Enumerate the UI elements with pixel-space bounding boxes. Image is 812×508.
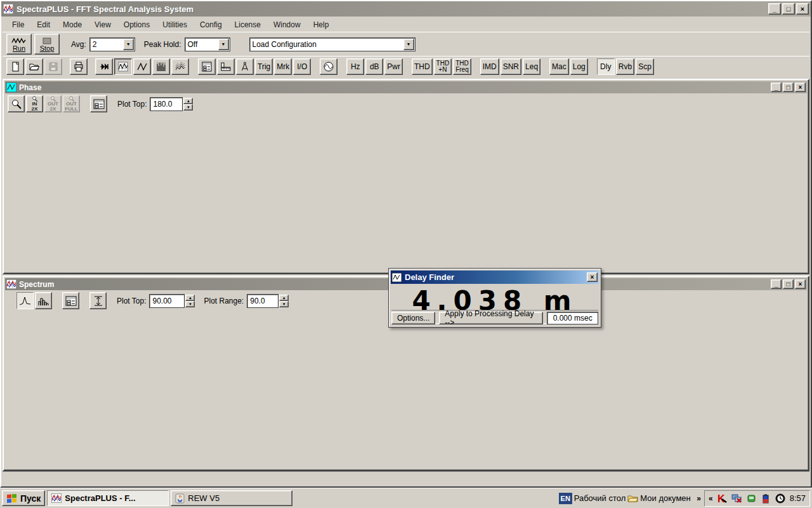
- menu-view[interactable]: View: [89, 19, 117, 30]
- menu-mode[interactable]: Mode: [57, 19, 88, 30]
- close-icon[interactable]: ×: [587, 272, 598, 282]
- snr-button[interactable]: SNR: [501, 58, 521, 75]
- menu-window[interactable]: Window: [268, 19, 306, 30]
- hz-readout-button[interactable]: Hz: [346, 58, 364, 75]
- new-file-button[interactable]: [6, 58, 24, 75]
- delay-finder-button[interactable]: Dly: [597, 58, 615, 75]
- macro-button[interactable]: Mac: [549, 58, 569, 75]
- antivirus-icon[interactable]: K: [717, 493, 728, 504]
- close-button[interactable]: ×: [796, 3, 809, 15]
- menu-config[interactable]: Config: [194, 19, 228, 30]
- scale-ruler-button[interactable]: [217, 58, 235, 75]
- page-icon: [10, 62, 20, 72]
- maximize-button[interactable]: □: [782, 3, 795, 15]
- icon-toolbar: TrigMrkI/OHzdBPwrTHDTHD+NTHDFreqIMDSNRLe…: [3, 56, 809, 77]
- spectrum-plot-range-input[interactable]: 90.0: [247, 294, 278, 308]
- delay-finder-titlebar[interactable]: Delay Finder ×: [391, 271, 599, 284]
- peak-hold-select[interactable]: Off ▼: [185, 37, 230, 51]
- save-file-button[interactable]: [44, 58, 62, 75]
- calipers-button[interactable]: [236, 58, 254, 75]
- desktop-toolbar-label[interactable]: Рабочий стол: [574, 493, 626, 503]
- stop-icon: [42, 37, 52, 45]
- start-button[interactable]: Пуск: [2, 490, 45, 506]
- clock-time: 8:57: [790, 493, 806, 503]
- menu-license[interactable]: License: [229, 19, 266, 30]
- menu-edit[interactable]: Edit: [31, 19, 56, 30]
- spinner-up-icon[interactable]: ▲: [279, 295, 289, 301]
- maximize-button[interactable]: □: [783, 83, 794, 92]
- language-indicator[interactable]: EN: [559, 493, 572, 504]
- battery-icon[interactable]: [761, 493, 771, 504]
- chevron-down-icon[interactable]: ▼: [403, 39, 414, 50]
- scope-button[interactable]: Scp: [636, 58, 654, 75]
- menu-help[interactable]: Help: [308, 19, 335, 30]
- thd-plus-n-button[interactable]: THD+N: [434, 58, 452, 75]
- imd-button[interactable]: IMD: [480, 58, 499, 75]
- chevron-down-icon[interactable]: ▼: [123, 39, 134, 50]
- phase-titlebar[interactable]: Phase _ □ ×: [5, 81, 807, 93]
- delay-finder-title: Delay Finder: [405, 272, 587, 282]
- clock-icon[interactable]: [775, 493, 786, 504]
- thd-button[interactable]: THD: [412, 58, 433, 75]
- load-configuration-select[interactable]: Load Configuration ▼: [249, 37, 416, 51]
- msec-field[interactable]: 0.000 msec: [547, 312, 598, 324]
- tray-collapse-chevron[interactable]: «: [709, 494, 713, 503]
- phase-plot-top-input[interactable]: 180.0: [150, 97, 183, 111]
- stop-button[interactable]: Stop: [34, 34, 60, 55]
- bar-mode-button[interactable]: [35, 292, 52, 309]
- task-button-rew[interactable]: REW V5: [171, 490, 292, 506]
- reverb-button[interactable]: Rvb: [616, 58, 634, 75]
- input-output-button[interactable]: I/O: [293, 58, 311, 75]
- minimize-button[interactable]: _: [771, 279, 782, 289]
- phase-zoom-in-2x-button[interactable]: IN2X: [26, 95, 43, 112]
- menu-utilities[interactable]: Utilities: [157, 19, 193, 30]
- phase-zoom-button[interactable]: [8, 95, 25, 112]
- task-button-spectraplus[interactable]: SpectraPLUS - F...: [47, 490, 169, 506]
- close-button[interactable]: ×: [795, 83, 806, 92]
- db-readout-button[interactable]: dB: [365, 58, 383, 75]
- marker-button[interactable]: Mrk: [274, 58, 292, 75]
- thd-freq-button[interactable]: THDFreq: [453, 58, 471, 75]
- spectrum-plot-top-input[interactable]: 90.00: [149, 294, 185, 308]
- spinner-up-icon[interactable]: ▲: [185, 295, 195, 301]
- device-icon[interactable]: [746, 493, 757, 504]
- menu-file[interactable]: File: [6, 19, 30, 30]
- maximize-button[interactable]: □: [783, 279, 794, 289]
- line-mode-button[interactable]: [16, 292, 34, 309]
- run-button[interactable]: Run: [6, 34, 32, 55]
- range-button[interactable]: [89, 292, 107, 309]
- time-series-button[interactable]: [133, 58, 151, 75]
- main-titlebar[interactable]: SpectraPLUS - FFT Spectral Analysis Syst…: [1, 1, 811, 17]
- surface-3d-button[interactable]: [171, 58, 189, 75]
- open-file-button[interactable]: [25, 58, 43, 75]
- leq-button[interactable]: Leq: [523, 58, 540, 75]
- fast-forward-button[interactable]: [95, 58, 113, 75]
- avg-select[interactable]: 2 ▼: [89, 37, 135, 51]
- my-documents-label[interactable]: Мои докумен: [640, 493, 695, 503]
- network-disconnected-icon[interactable]: [731, 493, 742, 504]
- folder-icon[interactable]: [627, 493, 638, 504]
- spectrogram-button[interactable]: [152, 58, 170, 75]
- trigger-button[interactable]: Trig: [255, 58, 273, 75]
- spinner-down-icon[interactable]: ▼: [279, 301, 289, 307]
- spinner-down-icon[interactable]: ▼: [183, 104, 193, 110]
- power-readout-button[interactable]: Pwr: [384, 58, 403, 75]
- apply-processing-delay-button[interactable]: Apply to Processing Delay -->: [439, 312, 543, 324]
- spinner-up-icon[interactable]: ▲: [183, 98, 193, 104]
- toolbar-overflow-chevron[interactable]: »: [697, 494, 701, 503]
- close-button[interactable]: ×: [795, 279, 806, 289]
- chevron-down-icon[interactable]: ▼: [218, 39, 229, 50]
- signal-generator-button[interactable]: [320, 58, 337, 75]
- minimize-button[interactable]: _: [771, 83, 782, 92]
- spectrum-options-button[interactable]: [62, 292, 79, 309]
- print-button[interactable]: [70, 58, 88, 75]
- spinner-down-icon[interactable]: ▼: [185, 301, 195, 307]
- minimize-button[interactable]: _: [768, 3, 781, 15]
- menu-options[interactable]: Options: [118, 19, 155, 30]
- plot-top-label: Plot Top:: [117, 297, 146, 305]
- phase-options-button[interactable]: [90, 95, 107, 112]
- log-button[interactable]: Log: [570, 58, 588, 75]
- plot-view-button[interactable]: [114, 58, 132, 75]
- control-panel-button[interactable]: [198, 58, 216, 75]
- delay-options-button[interactable]: Options...: [391, 312, 435, 324]
